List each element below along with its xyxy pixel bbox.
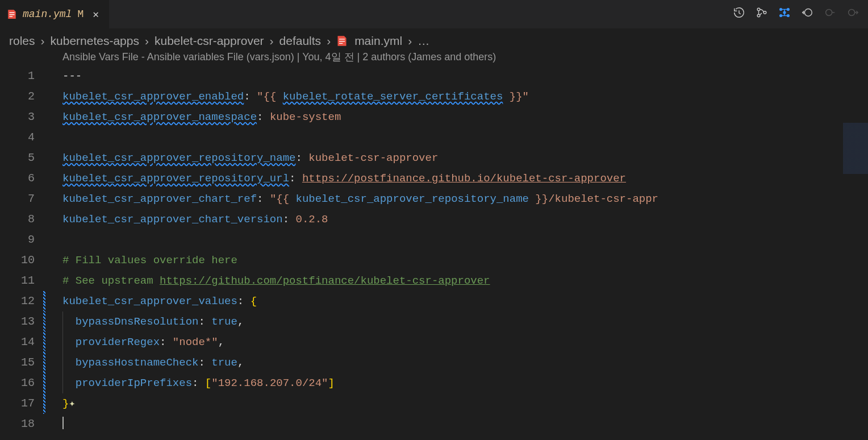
- code-content[interactable]: --- kubelet_csr_approver_enabled: "{{ ku…: [48, 66, 868, 429]
- chevron-right-icon: ›: [408, 34, 412, 48]
- breadcrumb-item[interactable]: kubelet-csr-approver: [155, 34, 264, 48]
- line-number: 6: [0, 168, 35, 189]
- svg-rect-1: [10, 14, 15, 15]
- tab-modified-indicator: M: [77, 9, 84, 20]
- line-number: 14: [0, 332, 35, 352]
- code-token: https://github.com/postfinance/kubelet-c…: [160, 275, 490, 287]
- chevron-right-icon: ›: [41, 34, 45, 48]
- line-number: 18: [0, 414, 35, 434]
- code-token: ---: [62, 70, 82, 82]
- yaml-file-icon: [7, 9, 17, 19]
- prev-diff-icon: [824, 6, 836, 22]
- svg-point-3: [757, 8, 760, 11]
- svg-point-6: [780, 9, 782, 11]
- code-token: https://postfinance.github.io/kubelet-cs…: [302, 172, 626, 185]
- tab-filename: main.yml: [23, 9, 72, 20]
- editor-toolbar: [733, 6, 868, 22]
- code-token: # Fill values override here: [62, 254, 237, 267]
- breadcrumb-ellipsis[interactable]: …: [418, 34, 429, 48]
- compare-icon[interactable]: [756, 6, 768, 22]
- line-number: 13: [0, 312, 35, 332]
- code-token: true: [211, 316, 237, 328]
- line-number: 2: [0, 86, 35, 107]
- breadcrumb-item[interactable]: defaults: [279, 34, 322, 48]
- svg-point-11: [804, 9, 812, 16]
- svg-rect-14: [339, 39, 345, 39]
- line-number: 10: [0, 250, 35, 271]
- code-token: "node*": [173, 336, 218, 348]
- code-token: kube-system: [270, 111, 341, 123]
- svg-point-12: [826, 10, 832, 16]
- editor-tab[interactable]: main.yml M ✕: [0, 0, 109, 28]
- line-number: 8: [0, 209, 35, 230]
- svg-point-13: [849, 10, 855, 16]
- chevron-right-icon: ›: [270, 34, 274, 48]
- line-number: 15: [0, 352, 35, 373]
- line-number: 7: [0, 189, 35, 209]
- revert-icon[interactable]: [801, 6, 813, 22]
- breadcrumb-file[interactable]: main.yml: [354, 34, 402, 48]
- sparkle-icon: ✦: [69, 398, 75, 409]
- history-icon[interactable]: [733, 6, 745, 22]
- code-token: kubelet_rotate_server_certificates: [283, 90, 503, 103]
- svg-rect-16: [339, 43, 343, 44]
- line-number: 1: [0, 66, 35, 86]
- code-token: 0.2.8: [295, 213, 328, 226]
- minimap[interactable]: [843, 123, 868, 174]
- code-token: # See upstream: [62, 275, 160, 287]
- svg-point-9: [787, 15, 790, 17]
- line-number: 12: [0, 291, 35, 312]
- next-diff-icon: [846, 6, 859, 22]
- breadcrumb-item[interactable]: roles: [9, 34, 35, 48]
- code-token: kubelet_csr_approver_repository_url: [62, 172, 289, 185]
- code-token: kubelet_csr_approver_enabled: [62, 90, 244, 103]
- line-number: 11: [0, 271, 35, 291]
- breadcrumb-item[interactable]: kubernetes-apps: [51, 34, 139, 48]
- line-number: 17: [0, 393, 35, 414]
- svg-rect-0: [10, 13, 15, 13]
- editor[interactable]: 1 2 3 4 5 6 7 8 9 10 11 12 13 14 15 16 1…: [0, 66, 868, 429]
- chevron-right-icon: ›: [145, 34, 149, 48]
- gutter: 1 2 3 4 5 6 7 8 9 10 11 12 13 14 15 16 1…: [0, 66, 48, 429]
- line-number: 9: [0, 230, 35, 250]
- code-token: providerRegex: [76, 336, 160, 348]
- code-token: kubelet_csr_approver_chart_ref: [62, 193, 257, 205]
- code-token: kubelet-csr-approver: [308, 152, 438, 164]
- code-token: "192.168.207.0/24": [211, 377, 328, 389]
- yaml-file-icon: [336, 35, 348, 47]
- svg-rect-15: [339, 41, 345, 41]
- svg-point-8: [787, 9, 790, 11]
- line-number: 4: [0, 127, 35, 148]
- indent-guide: [62, 312, 63, 393]
- code-token: providerIpPrefixes: [76, 377, 192, 389]
- line-number: 16: [0, 373, 35, 393]
- graph-icon[interactable]: [778, 6, 791, 22]
- svg-rect-2: [10, 16, 13, 16]
- chevron-right-icon: ›: [327, 34, 331, 48]
- breadcrumb[interactable]: roles › kubernetes-apps › kubelet-csr-ap…: [0, 28, 868, 49]
- svg-point-7: [780, 15, 782, 17]
- code-token: bypassHostnameCheck: [76, 356, 199, 369]
- code-token: kubelet_csr_approver_values: [62, 295, 237, 308]
- line-number: 5: [0, 148, 35, 168]
- code-token: /kubelet-csr-appr: [548, 193, 658, 205]
- tab-bar: main.yml M ✕: [0, 0, 868, 28]
- code-token: bypassDnsResolution: [76, 316, 199, 328]
- code-token: kubelet_csr_approver_chart_version: [62, 213, 283, 226]
- change-indicator: [43, 291, 45, 414]
- cursor: [62, 417, 64, 429]
- codelens[interactable]: Ansible Vars File - Ansible variables Fi…: [0, 49, 868, 66]
- line-number: 3: [0, 107, 35, 127]
- code-token: kubelet_csr_approver_repository_name: [62, 152, 295, 164]
- code-token: true: [211, 356, 237, 369]
- close-icon[interactable]: ✕: [89, 8, 102, 20]
- code-token: kubelet_csr_approver_namespace: [62, 111, 257, 123]
- code-token: kubelet_csr_approver_repository_name: [295, 193, 528, 205]
